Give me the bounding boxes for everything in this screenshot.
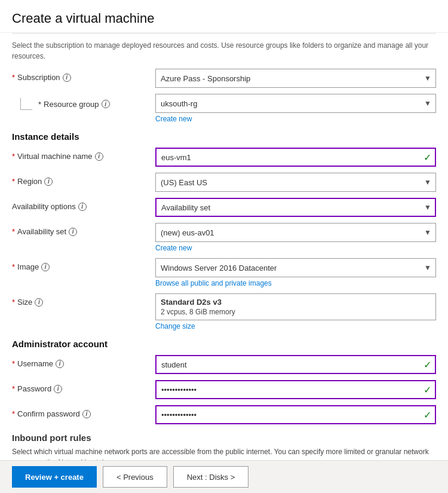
- password-input[interactable]: [155, 380, 436, 399]
- region-info-icon[interactable]: i: [44, 177, 53, 186]
- rg-create-new-link[interactable]: Create new: [155, 115, 192, 123]
- region-control-area: (US) East US ▼: [155, 173, 436, 192]
- availability-set-control-area: (new) eus-av01 ▼ Create new: [155, 223, 436, 252]
- region-select[interactable]: (US) East US: [155, 173, 436, 192]
- availability-set-label: * Availability set i: [12, 223, 155, 236]
- rg-required: *: [38, 100, 41, 109]
- rg-select[interactable]: uksouth-rg: [155, 94, 436, 113]
- image-select-wrapper: Windows Server 2016 Datacenter ▼: [155, 258, 436, 277]
- avail-opts-info-icon[interactable]: i: [78, 203, 87, 211]
- confirm-password-row: * Confirm password i ✓: [12, 405, 436, 424]
- description-text: Select the subscription to manage deploy…: [12, 33, 436, 69]
- previous-button[interactable]: < Previous: [103, 466, 167, 488]
- admin-account-title: Administrator account: [12, 339, 436, 349]
- vm-name-valid-icon: ✓: [424, 152, 431, 163]
- subscription-control-area: Azure Pass - Sponsorship ▼: [155, 69, 436, 88]
- username-label: * Username i: [12, 355, 155, 368]
- next-button[interactable]: Next : Disks >: [173, 466, 249, 488]
- image-select[interactable]: Windows Server 2016 Datacenter: [155, 258, 436, 277]
- resource-group-row: * Resource group i uksouth-rg ▼ Create n…: [12, 94, 436, 123]
- image-row: * Image i Windows Server 2016 Datacenter…: [12, 258, 436, 287]
- inbound-section-title: Inbound port rules: [12, 433, 436, 443]
- size-row: * Size i Standard D2s v3 2 vcpus, 8 GiB …: [12, 293, 436, 330]
- region-label: * Region i: [12, 173, 155, 186]
- content-area: Select the subscription to manage deploy…: [0, 33, 448, 493]
- availability-options-select-wrapper: Availability set ▼: [155, 198, 436, 217]
- vm-name-control-area: ✓: [155, 148, 436, 167]
- password-control-area: ✓: [155, 380, 436, 399]
- password-valid-icon: ✓: [424, 384, 431, 396]
- username-info-icon[interactable]: i: [56, 360, 64, 368]
- confirm-password-valid-icon: ✓: [424, 409, 431, 421]
- username-row: * Username i ✓: [12, 355, 436, 374]
- size-name: Standard D2s v3: [161, 298, 431, 307]
- page-header: Create a virtual machine: [0, 0, 448, 33]
- subscription-row: * Subscription i Azure Pass - Sponsorshi…: [12, 69, 436, 88]
- confirm-password-info-icon[interactable]: i: [82, 410, 91, 418]
- availability-set-row: * Availability set i (new) eus-av01 ▼ Cr…: [12, 223, 436, 252]
- password-label: * Password i: [12, 380, 155, 393]
- rg-info-icon[interactable]: i: [102, 100, 110, 108]
- avail-set-info-icon[interactable]: i: [69, 228, 77, 236]
- username-input-wrapper: ✓: [155, 355, 436, 374]
- confirm-password-input-wrapper: ✓: [155, 405, 436, 424]
- vm-name-input[interactable]: [155, 148, 436, 167]
- confirm-password-input[interactable]: [155, 405, 436, 424]
- availability-set-select-wrapper: (new) eus-av01 ▼: [155, 223, 436, 242]
- region-row: * Region i (US) East US ▼: [12, 173, 436, 192]
- username-valid-icon: ✓: [424, 359, 431, 370]
- confirm-password-control-area: ✓: [155, 405, 436, 424]
- region-select-wrapper: (US) East US ▼: [155, 173, 436, 192]
- username-control-area: ✓: [155, 355, 436, 374]
- size-control-area: Standard D2s v3 2 vcpus, 8 GiB memory Ch…: [155, 293, 436, 330]
- vm-name-label: * Virtual machine name i: [12, 148, 155, 161]
- subscription-select[interactable]: Azure Pass - Sponsorship: [155, 69, 436, 88]
- avail-set-create-new-link[interactable]: Create new: [155, 244, 192, 252]
- size-info-box: Standard D2s v3 2 vcpus, 8 GiB memory: [155, 293, 436, 320]
- rg-indent-line: [20, 98, 32, 110]
- availability-set-select[interactable]: (new) eus-av01: [155, 223, 436, 242]
- availability-options-label: Availability options i: [12, 198, 155, 211]
- rg-control-area: uksouth-rg ▼ Create new: [155, 94, 436, 123]
- vm-name-input-wrapper: ✓: [155, 148, 436, 167]
- review-create-button[interactable]: Review + create: [12, 466, 97, 488]
- password-info-icon[interactable]: i: [54, 385, 62, 393]
- subscription-info-icon[interactable]: i: [63, 74, 71, 82]
- subscription-label: * Subscription i: [12, 69, 155, 82]
- rg-select-wrapper: uksouth-rg ▼: [155, 94, 436, 113]
- image-info-icon[interactable]: i: [41, 263, 50, 271]
- rg-indent: * Resource group i: [12, 94, 155, 110]
- size-info-icon[interactable]: i: [35, 298, 43, 307]
- subscription-select-wrapper: Azure Pass - Sponsorship ▼: [155, 69, 436, 88]
- image-control-area: Windows Server 2016 Datacenter ▼ Browse …: [155, 258, 436, 287]
- availability-options-row: Availability options i Availability set …: [12, 198, 436, 217]
- instance-details-title: Instance details: [12, 131, 436, 142]
- availability-options-control-area: Availability set ▼: [155, 198, 436, 217]
- vm-name-row: * Virtual machine name i ✓: [12, 148, 436, 167]
- password-input-wrapper: ✓: [155, 380, 436, 399]
- browse-images-link[interactable]: Browse all public and private images: [155, 279, 272, 287]
- availability-options-select[interactable]: Availability set: [155, 198, 436, 217]
- footer-bar: Review + create < Previous Next : Disks …: [0, 460, 448, 493]
- size-details: 2 vcpus, 8 GiB memory: [161, 308, 431, 316]
- size-label: * Size i: [12, 293, 155, 307]
- password-row: * Password i ✓: [12, 380, 436, 399]
- image-label: * Image i: [12, 258, 155, 271]
- change-size-link[interactable]: Change size: [155, 322, 195, 330]
- confirm-password-label: * Confirm password i: [12, 405, 155, 418]
- subscription-required: *: [12, 73, 15, 82]
- vm-name-info-icon[interactable]: i: [95, 152, 103, 161]
- username-input[interactable]: [155, 355, 436, 374]
- page-title: Create a virtual machine: [12, 11, 436, 26]
